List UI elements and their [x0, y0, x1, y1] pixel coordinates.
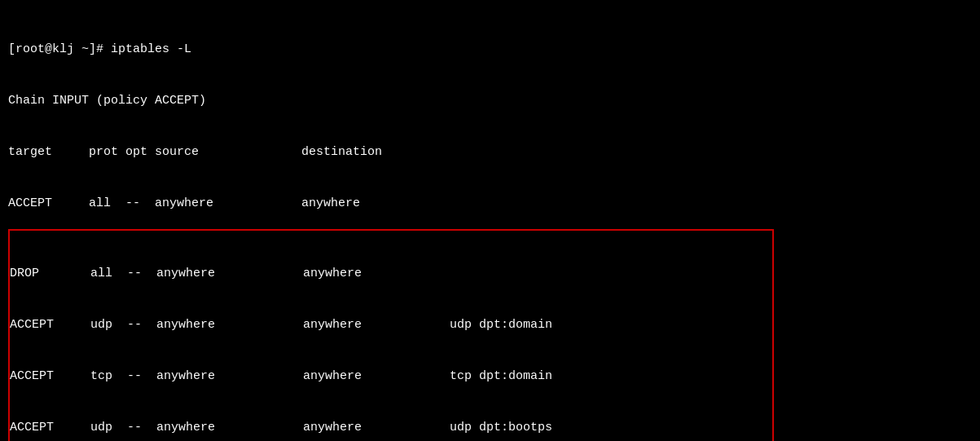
input-chain-header: Chain INPUT (policy ACCEPT) [8, 92, 972, 109]
input-columns: target prot opt source destination [8, 143, 972, 161]
initial-prompt: [root@klj ~]# iptables -L [8, 41, 972, 58]
terminal: [root@klj ~]# iptables -L Chain INPUT (p… [8, 7, 972, 229]
highlighted-block: DROP all -- anywhere anywhere ACCEPT udp… [8, 229, 774, 441]
input-row-2: ACCEPT udp -- anywhere anywhere udp dpt:… [10, 316, 772, 333]
input-row-3: ACCEPT tcp -- anywhere anywhere tcp dpt:… [10, 368, 772, 385]
input-row-1: DROP all -- anywhere anywhere [10, 265, 772, 282]
input-row-0: ACCEPT all -- anywhere anywhere [8, 195, 972, 212]
input-row-4: ACCEPT udp -- anywhere anywhere udp dpt:… [10, 419, 772, 436]
